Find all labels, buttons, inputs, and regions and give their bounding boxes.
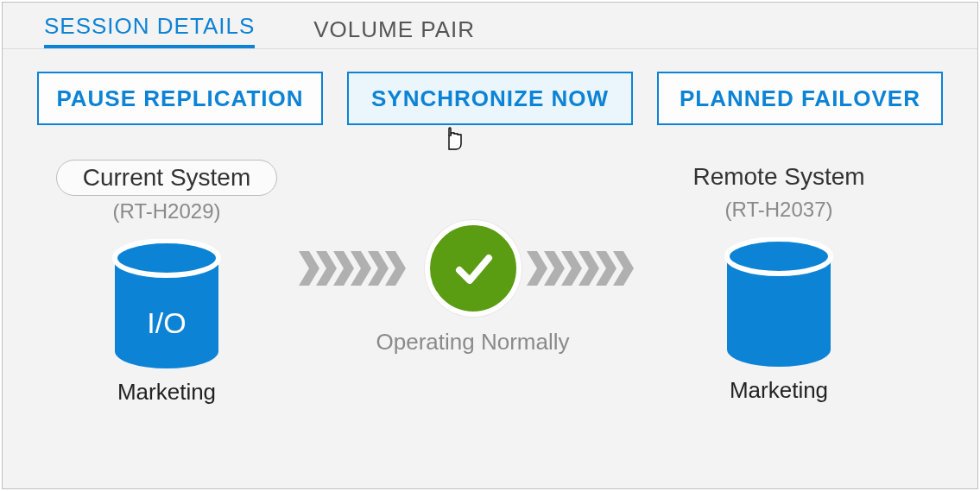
remote-system-id: (RT-H2037) bbox=[725, 198, 833, 222]
chevrons-right-icon bbox=[527, 251, 648, 286]
svg-marker-10 bbox=[527, 251, 547, 286]
replication-diagram: Current System (RT-H2029) I/O Marketing bbox=[3, 125, 977, 406]
planned-failover-button[interactable]: PLANNED FAILOVER bbox=[657, 72, 943, 125]
tab-volume-pair[interactable]: VOLUME PAIR bbox=[313, 9, 475, 48]
current-system-id: (RT-H2029) bbox=[113, 199, 221, 223]
replication-flow: Operating Normally bbox=[299, 220, 648, 356]
current-system-label: Current System bbox=[56, 160, 278, 196]
destination-volume-name: Marketing bbox=[730, 377, 828, 404]
synchronize-now-button[interactable]: SYNCHRONIZE NOW bbox=[347, 72, 633, 125]
svg-marker-4 bbox=[299, 251, 319, 286]
tab-bar: SESSION DETAILS VOLUME PAIR bbox=[3, 3, 977, 49]
source-volume-icon: I/O bbox=[111, 239, 223, 368]
status-text: Operating Normally bbox=[376, 329, 570, 356]
io-label: I/O bbox=[111, 306, 223, 340]
chevrons-left-icon bbox=[299, 251, 420, 286]
status-ok-icon bbox=[425, 220, 522, 317]
replication-panel: SESSION DETAILS VOLUME PAIR PAUSE REPLIC… bbox=[2, 2, 978, 489]
svg-point-18 bbox=[727, 332, 831, 367]
flow-row bbox=[299, 220, 648, 317]
destination-volume-icon bbox=[723, 237, 835, 367]
remote-system-label: Remote System bbox=[692, 160, 864, 194]
tab-session-details[interactable]: SESSION DETAILS bbox=[44, 6, 255, 48]
remote-system: Remote System (RT-H2037) Marketing bbox=[649, 160, 908, 404]
action-bar: PAUSE REPLICATION SYNCHRONIZE NOW PLANNE… bbox=[3, 49, 977, 125]
current-system: Current System (RT-H2029) I/O Marketing bbox=[37, 160, 296, 406]
pause-replication-button[interactable]: PAUSE REPLICATION bbox=[37, 72, 323, 125]
source-volume-name: Marketing bbox=[117, 379, 216, 406]
